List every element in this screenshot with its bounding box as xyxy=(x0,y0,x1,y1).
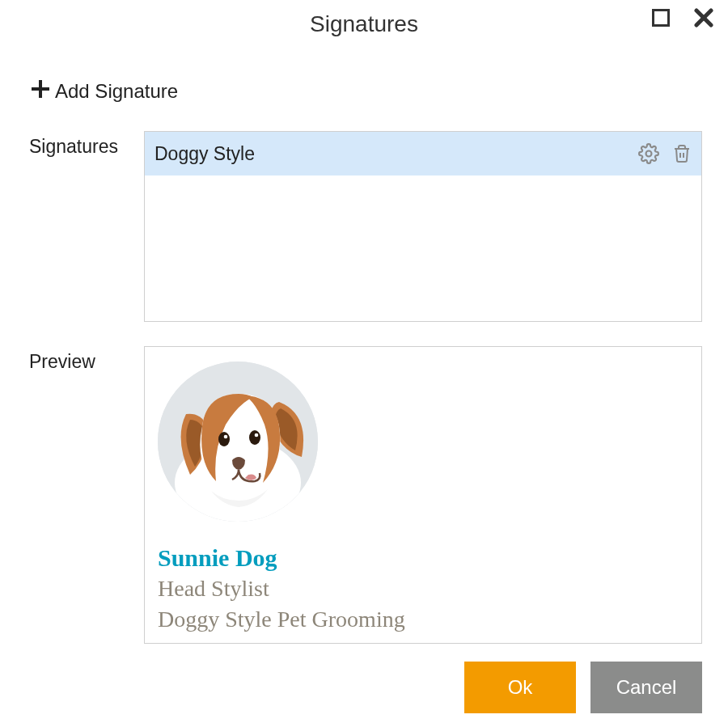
titlebar: Signatures xyxy=(0,0,728,49)
svg-point-11 xyxy=(249,430,260,445)
signature-item[interactable]: Doggy Style xyxy=(145,132,701,175)
svg-rect-0 xyxy=(654,11,669,26)
signatures-list: Doggy Style xyxy=(144,131,702,322)
signature-item-name: Doggy Style xyxy=(154,143,255,165)
dialog-title: Signatures xyxy=(310,11,418,37)
signature-item-actions xyxy=(638,143,692,164)
svg-point-5 xyxy=(646,151,652,157)
cancel-button[interactable]: Cancel xyxy=(590,662,702,713)
preview-company: Doggy Style Pet Grooming xyxy=(158,604,688,635)
window-controls xyxy=(652,8,713,27)
maximize-icon[interactable] xyxy=(652,9,670,27)
preview-label: Preview xyxy=(29,346,144,373)
delete-icon[interactable] xyxy=(672,143,692,164)
signature-preview: Sunnie Dog Head Stylist Doggy Style Pet … xyxy=(144,346,702,644)
ok-button[interactable]: Ok xyxy=(464,662,576,713)
close-icon[interactable] xyxy=(694,8,713,27)
signatures-label: Signatures xyxy=(29,131,144,158)
add-signature-button[interactable]: Add Signature xyxy=(29,78,728,105)
plus-icon xyxy=(29,78,52,105)
svg-point-12 xyxy=(224,435,228,439)
svg-point-13 xyxy=(255,433,259,438)
dialog-footer: Ok Cancel xyxy=(464,662,702,713)
svg-point-10 xyxy=(218,432,230,446)
avatar xyxy=(158,362,318,522)
add-signature-label: Add Signature xyxy=(55,80,178,103)
settings-icon[interactable] xyxy=(638,143,659,164)
preview-title: Head Stylist xyxy=(158,573,688,604)
preview-name: Sunnie Dog xyxy=(158,544,688,572)
